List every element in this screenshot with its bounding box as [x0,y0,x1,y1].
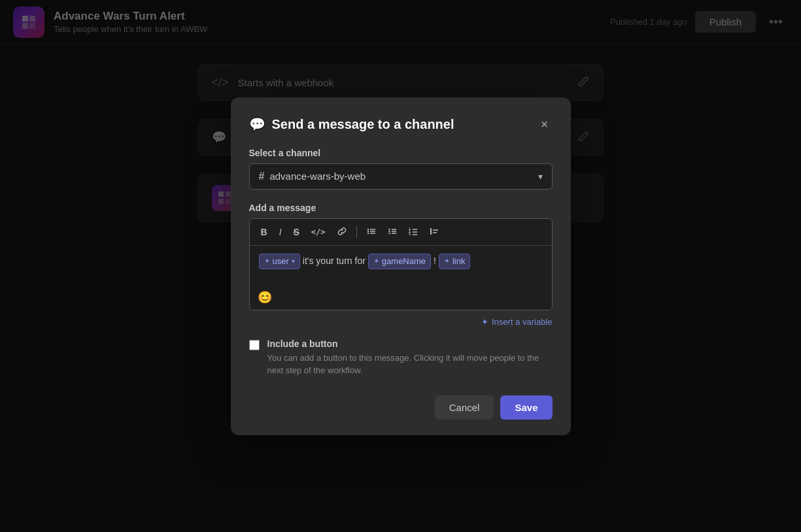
svg-point-10 [367,232,368,233]
message-section-label: Add a message [249,203,553,213]
svg-text:3.: 3. [409,232,412,236]
user-variable-label: user [273,255,289,269]
message-editor: B I S </> [249,218,553,310]
link-button[interactable] [333,224,351,240]
send-message-modal: 💬 Send a message to a channel × Select a… [231,97,571,435]
variable-dropdown-arrow: ▾ [292,256,295,267]
svg-point-8 [367,228,368,229]
editor-text-2: ! [434,254,436,268]
user-variable-tag[interactable]: ✦ user ▾ [259,254,300,270]
modal-close-button[interactable]: × [537,116,553,133]
code-button[interactable]: </> [307,225,330,239]
modal-overlay: 💬 Send a message to a channel × Select a… [0,0,801,532]
channel-selector[interactable]: # advance-wars-by-web ▾ [249,163,553,190]
emoji-button[interactable]: 😊 [258,290,272,305]
gamename-icon: ✦ [373,256,379,267]
insert-variable-row: ✦ Insert a variable [249,317,553,327]
toolbar-divider1 [356,226,357,238]
blockquote-button[interactable] [425,224,443,240]
strikethrough-button[interactable]: S [289,225,304,239]
italic-button[interactable]: I [275,225,286,239]
channel-chevron-icon: ▾ [538,171,543,182]
editor-footer: 😊 [250,285,552,310]
include-button-checkbox[interactable] [249,340,260,350]
channel-hash-icon: # [259,171,265,182]
svg-rect-26 [430,228,432,235]
insert-variable-button[interactable]: ✦ Insert a variable [481,317,553,327]
insert-variable-label: Insert a variable [492,317,553,327]
editor-text-1: it's your turn for [303,254,366,268]
dash-list-button[interactable] [383,224,401,240]
gamename-variable-tag[interactable]: ✦ gameName [368,254,431,270]
modal-footer: Cancel Save [249,395,553,420]
numbered-list-button[interactable]: 1. 2. 3. [404,224,422,240]
link-variable-label: link [452,255,466,269]
cancel-button[interactable]: Cancel [435,395,494,420]
modal-title: Send a message to a channel [272,117,530,132]
link-icon: ✦ [444,256,450,267]
insert-variable-icon: ✦ [481,317,488,327]
gamename-variable-label: gameName [382,255,426,269]
channel-section-label: Select a channel [249,148,553,158]
variable-icon: ✦ [264,256,270,267]
selected-channel-name: advance-wars-by-web [269,171,366,182]
save-button[interactable]: Save [500,395,552,420]
editor-content[interactable]: ✦ user ▾ it's your turn for ✦ gameName !… [250,246,552,285]
svg-point-9 [367,230,368,231]
modal-chat-icon: 💬 [249,116,265,132]
include-button-row: Include a button You can add a button to… [249,339,553,377]
include-button-label: Include a button [267,339,553,349]
modal-header: 💬 Send a message to a channel × [249,116,553,133]
bullet-list-button[interactable] [362,224,381,240]
bold-button[interactable]: B [256,225,272,239]
include-button-description: You can add a button to this message. Cl… [267,352,553,377]
editor-toolbar: B I S </> [250,219,552,246]
link-variable-tag[interactable]: ✦ link [439,254,471,270]
